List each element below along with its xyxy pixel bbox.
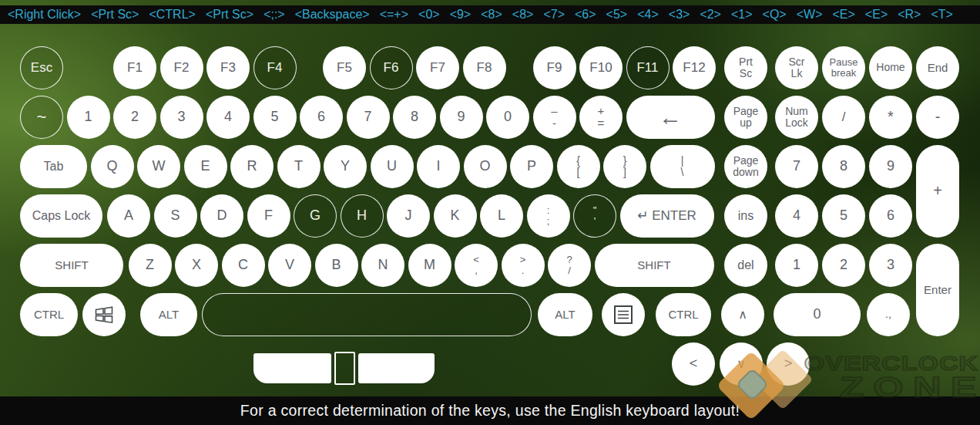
key-numpad-add[interactable]: + [916,145,959,238]
key-f6[interactable]: F6 [370,46,413,89]
key-backslash[interactable]: |\ [650,145,715,188]
key-q[interactable]: Q [91,145,134,188]
key-f11[interactable]: F11 [626,46,670,89]
key-a[interactable]: A [107,194,150,238]
key-f12[interactable]: F12 [673,46,716,89]
key-space[interactable] [202,293,532,336]
key-numpad-6[interactable]: 6 [869,194,912,238]
key-comma[interactable]: <, [455,244,498,287]
key-pause-break[interactable]: Pausebreak [822,46,865,89]
key-l[interactable]: L [480,194,523,238]
key-f5[interactable]: F5 [323,46,366,89]
key-alt-left[interactable]: ALT [140,293,197,336]
key-digit-0[interactable]: 0 [486,96,529,139]
key-m[interactable]: M [408,244,451,287]
key-f3[interactable]: F3 [206,46,250,89]
key-minus[interactable]: –- [533,96,576,139]
key-quote[interactable]: "' [573,194,616,238]
key-numpad-enter[interactable]: Enter [916,244,959,336]
key-r[interactable]: R [230,145,274,188]
key-prt-sc[interactable]: PrtSc [724,46,767,89]
key-digit-2[interactable]: 2 [113,96,156,139]
key-esc[interactable]: Esc [20,46,63,89]
key-num-lock[interactable]: NumLock [775,96,818,139]
key-arrow-down[interactable]: ∨ [720,342,763,386]
key-arrow-up[interactable]: ∧ [721,293,764,336]
key-arrow-right[interactable]: > [767,342,810,386]
key-numpad-8[interactable]: 8 [822,145,865,188]
key-scr-lk[interactable]: ScrLk [775,46,818,89]
key-i[interactable]: I [417,145,460,188]
key-digit-8[interactable]: 8 [393,96,436,139]
key-home[interactable]: Home [869,46,912,89]
key-f7[interactable]: F7 [416,46,459,89]
key-menu[interactable] [602,293,645,336]
key-t[interactable]: T [277,145,321,188]
key-x[interactable]: X [175,244,218,287]
key-tab[interactable]: Tab [20,145,87,188]
key-c[interactable]: C [222,244,265,287]
key-p[interactable]: P [510,145,553,188]
key-f9[interactable]: F9 [533,46,576,89]
key-numpad-subtract[interactable]: - [916,96,959,139]
key-d[interactable]: D [200,194,243,238]
key-numpad-4[interactable]: 4 [775,194,818,238]
key-s[interactable]: S [154,194,197,238]
key-digit-3[interactable]: 3 [160,96,203,139]
key-numpad-decimal[interactable]: ., [867,293,910,336]
key-bracket-right[interactable]: }] [603,145,646,188]
key-numpad-7[interactable]: 7 [775,145,818,188]
key-shift-right[interactable]: SHIFT [595,244,714,287]
key-period[interactable]: >. [502,244,545,287]
key-digit-1[interactable]: 1 [67,96,110,139]
key-numpad-3[interactable]: 3 [869,244,912,287]
key-numpad-multiply[interactable]: * [869,96,912,139]
key-ctrl-left[interactable]: CTRL [20,293,78,336]
key-digit-7[interactable]: 7 [347,96,390,139]
key-delete[interactable]: del [724,244,767,287]
key-semicolon[interactable]: :; [527,194,570,238]
key-digit-5[interactable]: 5 [253,96,297,139]
key-numpad-1[interactable]: 1 [775,244,818,287]
key-f4[interactable]: F4 [253,46,297,89]
key-digit-9[interactable]: 9 [440,96,483,139]
key-digit-4[interactable]: 4 [206,96,250,139]
key-numpad-5[interactable]: 5 [822,194,865,238]
key-j[interactable]: J [387,194,430,238]
key-ctrl-right[interactable]: CTRL [656,293,711,336]
key-f1[interactable]: F1 [113,46,156,89]
key-insert[interactable]: ins [724,194,767,238]
key-digit-6[interactable]: 6 [300,96,343,139]
key-f2[interactable]: F2 [160,46,203,89]
key-u[interactable]: U [371,145,414,188]
key-e[interactable]: E [184,145,227,188]
key-caps-lock[interactable]: Caps Lock [20,194,102,238]
key-numpad-9[interactable]: 9 [869,145,912,188]
key-shift-left[interactable]: SHIFT [20,244,123,287]
key-g[interactable]: G [294,194,337,238]
key-numpad-0[interactable]: 0 [774,293,861,336]
key-o[interactable]: O [464,145,507,188]
key-numpad-2[interactable]: 2 [822,244,865,287]
key-f10[interactable]: F10 [579,46,623,89]
key-f[interactable]: F [247,194,290,238]
key-backquote[interactable]: ~ [20,96,63,139]
key-numpad-divide[interactable]: / [822,96,865,139]
key-y[interactable]: Y [324,145,367,188]
key-alt-right[interactable]: ALT [538,293,592,336]
key-w[interactable]: W [137,145,180,188]
key-n[interactable]: N [361,244,404,287]
key-enter[interactable]: ↵ ENTER [620,194,714,238]
key-win[interactable] [82,293,126,336]
key-z[interactable]: Z [129,244,172,287]
key-f8[interactable]: F8 [463,46,506,89]
key-b[interactable]: B [315,244,358,287]
key-k[interactable]: K [434,194,477,238]
key-bracket-left[interactable]: {[ [557,145,600,188]
key-arrow-left[interactable]: < [672,342,715,386]
key-backspace[interactable]: ← [626,96,715,139]
key-slash[interactable]: ?/ [548,244,591,287]
key-page-up[interactable]: Pageup [724,96,767,139]
key-end[interactable]: End [916,46,959,89]
key-page-down[interactable]: Pagedown [724,145,767,188]
